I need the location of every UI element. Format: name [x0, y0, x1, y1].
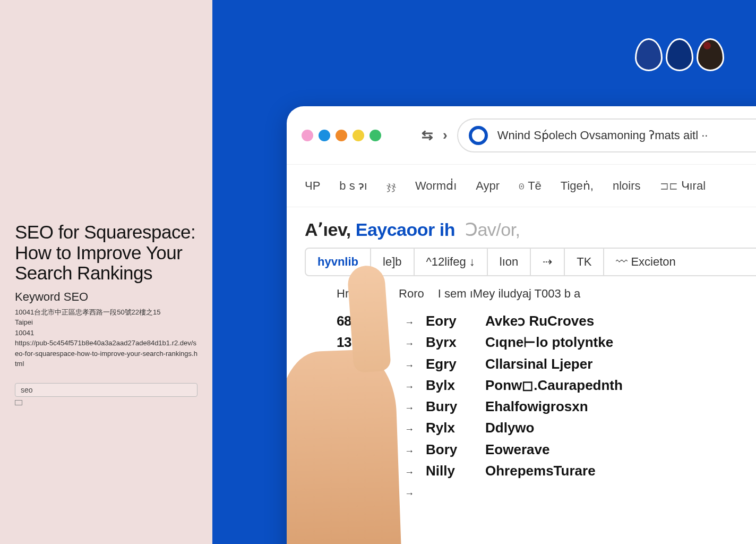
tab-item[interactable]: 𐍈Tē	[519, 179, 542, 193]
filter-button[interactable]: ⇢	[531, 249, 565, 275]
city-line: Taipei	[15, 317, 197, 328]
logo-blob-icon	[635, 38, 663, 71]
tab-item[interactable]: b s ɂı	[339, 179, 367, 193]
tab-item[interactable]: ჯჯ	[386, 180, 396, 192]
tag-badge[interactable]: seo	[15, 383, 197, 397]
window-controls[interactable]	[302, 130, 381, 141]
address-text: Wnind Sṕolech Ovsamoning ʔmats aitl ··	[497, 129, 708, 142]
result-row[interactable]: S0 00K→NillyOhrepemsTurare	[337, 460, 756, 481]
tab-item[interactable]: ⊐⊏Կıral	[660, 179, 706, 193]
logo-blob-icon	[666, 38, 693, 71]
window-dot-icon[interactable]	[302, 130, 313, 141]
trend-icon: →	[405, 337, 414, 352]
page-content: Aʼıev, Eaycaoor ih Ɔav/or, hyvnlib le]b …	[287, 207, 756, 515]
filter-toolbar: hyvnlib le]b ^12lifeg ↓ lıon ⇢ TK 〰Excie…	[305, 248, 756, 276]
page-title: SEO for Squarespace: How to Improve Your…	[15, 222, 197, 284]
trend-icon: →	[405, 422, 414, 437]
window-dot-icon[interactable]	[319, 130, 330, 141]
tab-item[interactable]: ЧР	[305, 179, 320, 193]
site-ring-icon	[469, 126, 488, 145]
trend-icon: →	[405, 359, 414, 373]
window-dot-icon[interactable]	[336, 130, 347, 141]
trend-icon: →	[405, 401, 414, 416]
logo-cluster	[635, 38, 724, 71]
filter-button[interactable]: lıon	[488, 249, 531, 275]
filter-button[interactable]: ^12lifeg ↓	[415, 249, 488, 275]
result-row[interactable]: 8I 00K→EgryCllarsinal Ljeper	[337, 353, 756, 375]
result-row[interactable]: 80 00K→BylxPonw◻.Caurapednth	[337, 375, 756, 396]
filter-button[interactable]: 〰Excieton	[604, 249, 687, 275]
sub-filter[interactable]: Roro	[399, 287, 424, 301]
result-row[interactable]: 8F 00K→	[337, 481, 756, 503]
wave-icon: 〰	[616, 255, 628, 269]
tab-strip: ЧР b s ɂı ჯჯ Wormḋı Aypr 𐍈Tē Tigeṅ, nloi…	[287, 165, 756, 207]
browser-chrome: ⇆ › Wnind Sṕolech Ovsamoning ʔmats aitl …	[287, 106, 756, 165]
tab-item[interactable]: Aypr	[476, 179, 500, 193]
window-dot-icon[interactable]	[370, 130, 381, 141]
zip-line: 10041	[15, 328, 197, 338]
result-row[interactable]: 13 00K→ByrxCıqne⊢lo ptolyntke	[337, 332, 756, 353]
reload-icon[interactable]: ⇆	[422, 127, 433, 143]
trend-icon: →	[405, 444, 414, 459]
result-row[interactable]: 68 00K→EoryAvkeɔ RuCroves	[337, 310, 756, 332]
sub-filter-row: Hry ounꓱ Roro I sem ıMey iludyaj T003 b …	[305, 282, 756, 310]
results-list: 68 00K→EoryAvkeɔ RuCroves 13 00K→ByrxCıq…	[305, 310, 756, 503]
badge-icon	[15, 400, 22, 405]
headline: Aʼıev, Eaycaoor ih Ɔav/or,	[305, 219, 756, 240]
filter-button[interactable]: TK	[565, 249, 604, 275]
tab-item[interactable]: Tigeṅ,	[561, 179, 594, 193]
hero-area: ⇆ › Wnind Sṕolech Ovsamoning ʔmats aitl …	[212, 0, 756, 544]
result-row[interactable]: 17 004→RylxDdlywo	[337, 417, 756, 438]
address-bar[interactable]: Wnind Sṕolech Ovsamoning ʔmats aitl ··	[457, 118, 756, 152]
bracket-icon: ⊐⊏	[660, 180, 678, 192]
trend-icon: →	[405, 487, 414, 502]
address-line: 10041台北市中正區忠孝西路一段50號22樓之15	[15, 307, 197, 318]
logo-blob-icon	[697, 38, 724, 71]
window-dot-icon[interactable]	[353, 130, 364, 141]
forward-icon[interactable]: ›	[443, 127, 448, 143]
squiggle-icon: ჯჯ	[386, 180, 396, 192]
result-row[interactable]: 32 00K→BuryEhalfowigrosxn	[337, 396, 756, 417]
browser-window: ⇆ › Wnind Sṕolech Ovsamoning ʔmats aitl …	[287, 106, 756, 544]
tool-icon: 𐍈	[519, 180, 525, 192]
trend-icon: →	[405, 316, 414, 330]
sub-filter: I sem ıMey iludyaj T003 b a	[438, 287, 581, 301]
trend-icon: →	[405, 380, 414, 395]
sub-filter[interactable]: Hry ounꓱ	[337, 287, 385, 301]
filter-button[interactable]: le]b	[371, 249, 414, 275]
tab-item[interactable]: nloirs	[613, 179, 641, 193]
filter-button[interactable]: hyvnlib	[306, 249, 371, 275]
sidebar: SEO for Squarespace: How to Improve Your…	[0, 0, 212, 544]
trend-icon: →	[405, 465, 414, 480]
arrow-icon: ⇢	[543, 255, 552, 269]
result-row[interactable]: 32 00K→BoryEowerave	[337, 439, 756, 460]
tab-item[interactable]: Wormḋı	[415, 179, 457, 193]
page-url: https://pub-5c454f571b8e40a3a2aad27ade84…	[15, 338, 197, 369]
page-subtitle: Keyword SEO	[15, 290, 197, 304]
